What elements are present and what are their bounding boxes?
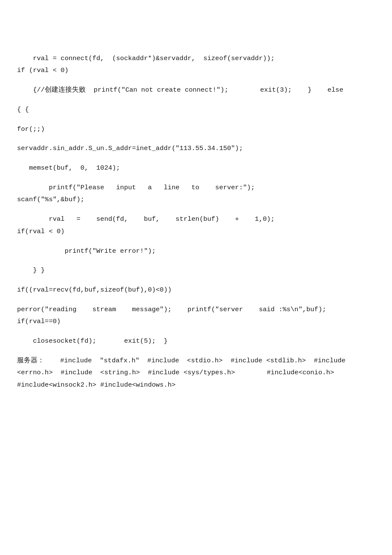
blank-line — [17, 347, 375, 355]
blank-line — [17, 77, 375, 84]
code-line: 服务器： #include "stdafx.h" #include <stdio… — [17, 355, 375, 391]
blank-line — [17, 116, 375, 123]
blank-line — [17, 45, 375, 52]
blank-line — [17, 328, 375, 335]
blank-line — [17, 206, 375, 213]
code-line: for(;;) — [17, 123, 375, 136]
blank-line — [17, 135, 375, 142]
code-line: perror("reading stream message"); printf… — [17, 304, 375, 328]
blank-line — [17, 155, 375, 162]
blank-line — [17, 38, 375, 45]
blank-line — [17, 257, 375, 264]
code-line: if((rval=recv(fd,buf,sizeof(buf),0)<0)) — [17, 284, 375, 296]
code-line: if(rval < 0) — [17, 225, 375, 238]
code-line: memset(buf, 0, 1024); — [17, 162, 375, 174]
blank-line — [17, 237, 375, 245]
blank-line — [17, 296, 375, 304]
code-line: printf("Please input a line to server:")… — [17, 182, 375, 194]
blank-line — [17, 277, 375, 284]
code-line: servaddr.sin_addr.S_un.S_addr=inet_addr(… — [17, 142, 375, 155]
code-line: if (rval < 0) — [17, 64, 375, 77]
blank-line — [17, 174, 375, 182]
code-line: { { — [17, 104, 375, 116]
blank-line — [17, 96, 375, 104]
code-line: } } — [17, 264, 375, 277]
code-line: closesocket(fd); exit(5); } — [17, 335, 375, 347]
code-line: rval = connect(fd, (sockaddr*)&servaddr,… — [17, 52, 375, 65]
code-line: {//创建连接失败 printf("Can not create connect… — [17, 84, 375, 96]
code-line: rval = send(fd, buf, strlen(buf) + 1,0); — [17, 213, 375, 225]
code-line: printf("Write error!"); — [17, 245, 375, 257]
code-content: rval = connect(fd, (sockaddr*)&servaddr,… — [17, 26, 375, 391]
code-line: scanf("%s",&buf); — [17, 194, 375, 206]
